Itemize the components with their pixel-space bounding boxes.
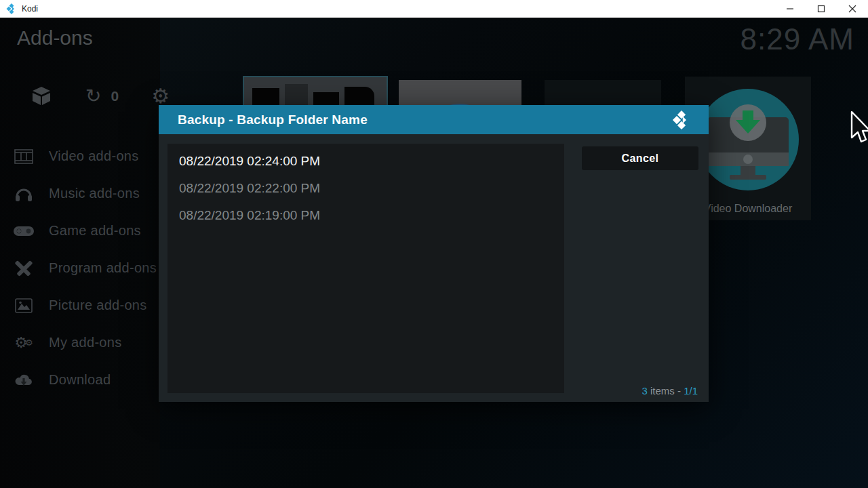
gear-icon[interactable]: ⚙ [151, 87, 170, 106]
item-count: 3 [642, 385, 647, 396]
kodi-logo-icon [672, 110, 691, 129]
film-icon [14, 148, 34, 165]
dialog-title: Backup - Backup Folder Name [178, 113, 368, 127]
monitor-download-icon [704, 102, 792, 182]
kodi-logo-icon [6, 3, 17, 14]
window-title: Kodi [22, 4, 38, 14]
window-titlebar: Kodi [0, 0, 868, 18]
mouse-cursor [849, 110, 868, 146]
picture-icon [14, 297, 34, 314]
sidebar-toolbar: ↻ 0 ⚙ [0, 83, 160, 110]
dialog-body: 08/22/2019 02:24:00 PM 08/22/2019 02:22:… [159, 134, 709, 402]
dialog-header: Backup - Backup Folder Name [159, 105, 709, 134]
sidebar-item-program-addons[interactable]: Program add-ons [0, 249, 176, 287]
items-count-status: 3 items - 1/1 [642, 385, 698, 396]
minimize-button[interactable] [774, 0, 806, 18]
clock: 8:29 AM [741, 22, 854, 56]
sidebar-item-game-addons[interactable]: Game add-ons [0, 212, 176, 249]
backup-list-item[interactable]: 08/22/2019 02:24:00 PM [167, 148, 564, 175]
maximize-button[interactable] [806, 0, 837, 18]
cancel-button[interactable]: Cancel [582, 146, 698, 170]
headphones-icon [14, 185, 34, 203]
page-title: Add-ons [17, 26, 93, 49]
cloud-download-icon [14, 371, 34, 389]
sidebar-item-download[interactable]: Download [0, 361, 176, 399]
sidebar: Add-ons ↻ 0 ⚙ [0, 18, 160, 488]
sidebar-item-my-addons[interactable]: ⚙⚙ My add-ons [0, 324, 176, 361]
package-icon[interactable] [31, 87, 52, 106]
kodi-app-background: 8:29 AM Video Downloader Add-ons [0, 18, 868, 488]
close-button[interactable] [837, 0, 868, 18]
gamepad-icon [14, 222, 34, 240]
items-separator: items - [648, 385, 684, 396]
backup-list-item[interactable]: 08/22/2019 02:19:00 PM [167, 202, 564, 229]
sidebar-item-picture-addons[interactable]: Picture add-ons [0, 287, 176, 324]
gears-icon: ⚙⚙ [14, 334, 34, 352]
update-count: 0 [111, 88, 119, 104]
sidebar-item-video-addons[interactable]: Video add-ons [0, 138, 176, 175]
page-indicator: 1/1 [684, 385, 698, 396]
tools-icon [14, 260, 34, 277]
sidebar-item-music-addons[interactable]: Music add-ons [0, 175, 176, 212]
backup-folder-dialog: Backup - Backup Folder Name 08/22/2019 0… [159, 105, 709, 402]
sidebar-menu: Video add-ons Music add-ons [0, 138, 176, 399]
backup-list: 08/22/2019 02:24:00 PM 08/22/2019 02:22:… [167, 144, 564, 393]
refresh-icon[interactable]: ↻ [85, 87, 101, 105]
backup-list-item[interactable]: 08/22/2019 02:22:00 PM [167, 175, 564, 202]
